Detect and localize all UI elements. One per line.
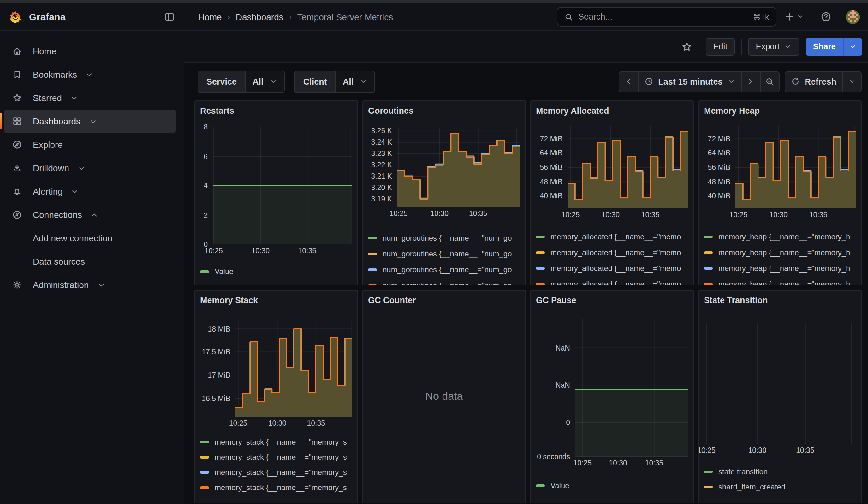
sidebar-item-drilldown[interactable]: Drilldown bbox=[4, 157, 176, 179]
plot-canvas[interactable] bbox=[397, 127, 520, 207]
x-tick-label: 10:25 bbox=[573, 459, 591, 467]
legend-item[interactable]: memory_heap {__name__="memory_h bbox=[704, 260, 856, 276]
x-tick-label: 10:30 bbox=[609, 459, 627, 467]
legend-item[interactable]: memory_allocated {__name__="memo bbox=[536, 229, 688, 245]
chevron-right-icon bbox=[747, 78, 754, 85]
legend-item[interactable]: num_goroutines {__name__="num_go bbox=[368, 230, 520, 246]
legend-item[interactable]: memory_allocated {__name__="memo bbox=[536, 276, 688, 286]
x-axis: 10:2510:3010:35 bbox=[213, 245, 352, 257]
legend-item[interactable]: memory_heap {__name__="memory_h bbox=[704, 245, 856, 260]
panel-title[interactable]: Restarts bbox=[200, 105, 352, 117]
legend-color-pill bbox=[200, 456, 209, 459]
legend-label: memory_heap {__name__="memory_h bbox=[719, 232, 850, 241]
zoom-out-button[interactable] bbox=[760, 72, 779, 91]
legend-item[interactable]: memory_allocated {__name__="memo bbox=[536, 260, 688, 276]
breadcrumb-home[interactable]: Home bbox=[198, 12, 222, 22]
legend-label: memory_heap {__name__="memory_h bbox=[719, 264, 850, 272]
legend-item[interactable]: num_goroutines {__name__="num_go bbox=[368, 277, 520, 286]
export-button[interactable]: Export bbox=[748, 38, 799, 55]
legend-color-pill bbox=[536, 282, 545, 285]
breadcrumb-current: Temporal Server Metrics bbox=[297, 12, 393, 22]
breadcrumb-dashboards[interactable]: Dashboards bbox=[236, 12, 283, 22]
legend-item[interactable]: memory_stack {__name__="memory_s bbox=[200, 450, 352, 465]
help-button[interactable] bbox=[818, 7, 834, 26]
plot-area[interactable]: 72 MiB64 MiB56 MiB48 MiB40 MiB bbox=[536, 126, 688, 208]
legend-item[interactable]: Value bbox=[200, 263, 352, 279]
panel-title[interactable]: State Transition bbox=[704, 294, 856, 307]
legend-item[interactable]: num_goroutines {__name__="num_go bbox=[368, 261, 520, 277]
legend-item[interactable]: num_goroutines {__name__="num_go bbox=[368, 246, 520, 261]
refresh-interval-button[interactable] bbox=[842, 72, 861, 91]
sidebar-item-explore[interactable]: Explore bbox=[4, 133, 176, 156]
time-back-button[interactable] bbox=[619, 72, 638, 91]
legend-item[interactable]: memory_heap {__name__="memory_h bbox=[704, 276, 856, 286]
divider bbox=[742, 38, 742, 55]
legend: Value bbox=[200, 263, 352, 279]
sidebar-item-starred[interactable]: Starred bbox=[4, 86, 176, 109]
panel-title[interactable]: Memory Heap bbox=[704, 105, 856, 117]
sidebar-item-bookmarks[interactable]: Bookmarks bbox=[4, 63, 176, 86]
sidebar-item-data-sources[interactable]: Data sources bbox=[4, 250, 176, 273]
legend-item[interactable]: memory_heap {__name__="memory_h bbox=[704, 229, 856, 245]
plot-canvas[interactable] bbox=[213, 127, 352, 245]
sidebar-item-administration[interactable]: Administration bbox=[4, 274, 176, 296]
plot-canvas[interactable] bbox=[575, 319, 688, 457]
plot-area[interactable]: 3.25 K3.24 K3.23 K3.22 K3.21 K3.20 K3.19… bbox=[368, 127, 520, 207]
share-button[interactable]: Share bbox=[806, 38, 844, 55]
sidebar-item-connections[interactable]: Connections bbox=[4, 203, 176, 226]
y-tick-label: 8 bbox=[204, 123, 208, 131]
help-icon bbox=[821, 11, 831, 22]
plot-area[interactable]: 86420 bbox=[200, 127, 352, 245]
window-top-strip bbox=[0, 0, 868, 3]
time-forward-button[interactable] bbox=[741, 72, 760, 91]
time-range-button[interactable]: Last 15 minutes bbox=[638, 72, 741, 91]
active-accent-bar bbox=[0, 113, 2, 130]
plot-canvas[interactable] bbox=[236, 320, 352, 417]
x-tick-label: 10:25 bbox=[390, 210, 408, 217]
search-input[interactable]: Search... ⌘+k bbox=[557, 7, 776, 27]
service-filter-value[interactable]: All bbox=[246, 71, 285, 92]
panel-title[interactable]: GC Pause bbox=[536, 294, 688, 307]
legend-item[interactable]: state transition bbox=[704, 464, 856, 480]
chevron-down-icon bbox=[89, 117, 97, 125]
sidebar-item-alerting[interactable]: Alerting bbox=[4, 180, 176, 203]
plot-area[interactable]: 72 MiB64 MiB56 MiB48 MiB40 MiB bbox=[704, 126, 856, 208]
legend-item[interactable]: memory_stack {__name__="memory_s bbox=[200, 480, 352, 495]
plot-area[interactable] bbox=[704, 323, 856, 444]
legend-label: memory_heap {__name__="memory_h bbox=[719, 279, 850, 286]
avatar[interactable] bbox=[846, 10, 860, 24]
legend-color-pill bbox=[704, 267, 713, 269]
panel-title[interactable]: Memory Allocated bbox=[536, 105, 688, 117]
panel-title[interactable]: Goroutines bbox=[368, 105, 520, 117]
y-tick-label: 18 MiB bbox=[208, 325, 230, 332]
panel-title[interactable]: Memory Stack bbox=[200, 294, 352, 307]
divider bbox=[812, 10, 813, 24]
star-icon[interactable] bbox=[681, 41, 693, 52]
add-button[interactable] bbox=[782, 7, 806, 26]
legend-item[interactable]: memory_stack {__name__="memory_s bbox=[200, 465, 352, 480]
edit-button[interactable]: Edit bbox=[706, 38, 735, 55]
refresh-button[interactable]: Refresh bbox=[785, 72, 842, 91]
sidebar-item-add-new-connection[interactable]: Add new connection bbox=[4, 227, 176, 249]
sidebar-item-home[interactable]: Home bbox=[4, 40, 176, 63]
legend-item[interactable]: shard_item_created bbox=[704, 480, 856, 495]
share-menu-button[interactable] bbox=[844, 38, 862, 55]
y-axis: 18 MiB17.5 MiB17 MiB16.5 MiB bbox=[200, 320, 236, 417]
plot-canvas[interactable] bbox=[735, 126, 856, 208]
legend-color-pill bbox=[536, 235, 545, 238]
plot-area[interactable]: 18 MiB17.5 MiB17 MiB16.5 MiB bbox=[200, 320, 352, 417]
legend-item[interactable]: memory_allocated {__name__="memo bbox=[536, 245, 688, 260]
legend-item[interactable]: memory_stack {__name__="memory_s bbox=[200, 434, 352, 450]
drilldown-icon bbox=[12, 163, 22, 173]
sidebar-item-dashboards[interactable]: Dashboards bbox=[4, 110, 176, 133]
plot-canvas[interactable] bbox=[568, 126, 688, 208]
legend-item[interactable]: Value bbox=[536, 478, 688, 493]
chevron-right-icon: › bbox=[289, 12, 292, 21]
legend-label: memory_heap {__name__="memory_h bbox=[719, 248, 850, 257]
sidebar-toggle-icon[interactable] bbox=[164, 11, 175, 22]
plot-area[interactable]: NaNNaN00 seconds bbox=[536, 319, 688, 457]
legend-color-pill bbox=[536, 267, 545, 269]
plot-canvas[interactable] bbox=[706, 323, 856, 444]
panel-memory-heap: Memory Heap72 MiB64 MiB56 MiB48 MiB40 Mi… bbox=[698, 101, 862, 286]
client-filter-value[interactable]: All bbox=[336, 71, 375, 92]
